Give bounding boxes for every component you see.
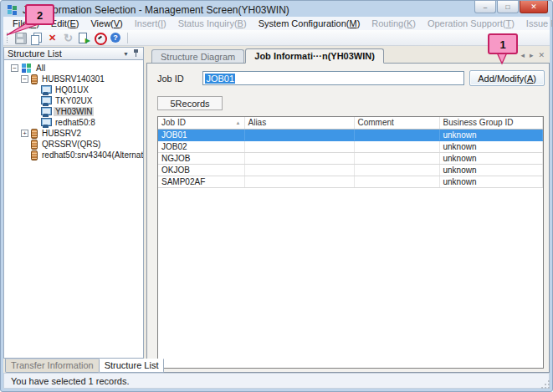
minimize-button[interactable]: – [474, 1, 496, 13]
menu-item-insert-i[interactable]: Insert(I) [129, 18, 172, 29]
pin-icon[interactable] [133, 49, 140, 59]
cell-job-id: SAMP02AF [158, 176, 244, 187]
document-tab-strip: Structure DiagramJob Informati···n(YH03W… [146, 47, 550, 63]
toolbar-button-save[interactable] [13, 31, 28, 45]
tree-item-hubsrv140301[interactable]: −HUBSRV140301 [4, 74, 143, 84]
toolbar-grip [7, 33, 9, 43]
tab-job-informati-n-yh03win[interactable]: Job Informati···n(YH03WIN) [245, 48, 384, 64]
resize-grip-icon[interactable] [545, 384, 546, 385]
structure-tree: −All−HUBSRV140301−HQ01UX−TKY02UX−YH03WIN… [3, 60, 144, 359]
tree-item-all[interactable]: −All [4, 63, 143, 74]
tree-item-redhat50-srv43404-alternative-server[interactable]: −redhat50:srv43404(Alternative Server) [4, 150, 143, 160]
job-id-input[interactable]: JOB01 [202, 71, 464, 85]
menu-item-system-configuration-m[interactable]: System Configuration(M) [253, 18, 366, 29]
column-header-business-group-id[interactable]: Business Group ID [439, 117, 543, 129]
cell-job-id: OKJOB [158, 164, 244, 176]
job-id-selected-text: JOB01 [205, 74, 235, 84]
table-row-samp02af[interactable]: SAMP02AFunknown [158, 176, 543, 187]
bottom-tab-transfer-information[interactable]: Transfer Information [5, 359, 100, 373]
tree-item-label: QRSSRV(QRS) [40, 140, 102, 149]
tab-close-icon[interactable]: ✕ [538, 52, 545, 59]
tree-item-hq01ux[interactable]: −HQ01UX [4, 84, 143, 95]
structure-list-panel: Structure List ▼ −All−HUBSRV140301−HQ01U… [3, 47, 144, 373]
add-modify-button[interactable]: Add/Modify(A) [469, 70, 545, 86]
server-icon [31, 150, 38, 160]
app-icon [7, 4, 18, 15]
toolbar-button-schedule[interactable] [93, 31, 107, 45]
title-bar: Job Information Selection - Management S… [3, 1, 550, 17]
refresh-icon [62, 32, 74, 44]
close-icon: ✕ [530, 3, 537, 11]
job-id-row: Job ID JOB01 Add/Modify(A) [157, 70, 545, 86]
tree-item-hubsrv2[interactable]: +HUBSRV2 [4, 128, 143, 139]
cell-business-group-id: unknown [439, 129, 543, 140]
copy-icon [30, 32, 43, 44]
cell-job-id: NGJOB [158, 152, 244, 164]
tab-nav-buttons: ◂▸✕ [520, 52, 550, 63]
maximize-icon: □ [506, 3, 510, 11]
toolbar-button-help[interactable] [109, 31, 123, 45]
tree-item-redhat50-8[interactable]: −redhat50:8 [4, 117, 143, 128]
table-row-job02[interactable]: JOB02unknown [158, 140, 543, 152]
tree-item-yh03win[interactable]: −YH03WIN [4, 106, 143, 117]
job-table: Job ID▲AliasCommentBusiness Group ID JOB… [158, 117, 543, 188]
cell-business-group-id: unknown [439, 140, 543, 152]
tab-structure-diagram[interactable]: Structure Diagram [151, 49, 244, 63]
cell-alias [244, 129, 354, 140]
menu-item-view-v[interactable]: View(V) [84, 18, 128, 29]
chevron-down-icon[interactable]: ▼ [123, 51, 129, 57]
minimize-icon: – [484, 3, 487, 11]
menu-item-operation-support-t[interactable]: Operation Support(T) [422, 18, 520, 29]
tab-scroll-right-icon[interactable]: ▸ [530, 52, 534, 59]
expand-icon[interactable]: + [21, 130, 28, 137]
table-row-job01[interactable]: JOB01unknown [158, 129, 543, 140]
window-controls: –□✕ [474, 1, 548, 13]
menu-item-issue-request-r[interactable]: Issue Request(R) [520, 18, 553, 29]
column-header-alias[interactable]: Alias [244, 117, 354, 129]
tree-item-label: redhat50:8 [54, 118, 97, 127]
tree-item-label: redhat50:srv43404(Alternative Server) [40, 150, 144, 160]
tree-item-tky02ux[interactable]: −TKY02UX [4, 95, 143, 106]
server-icon [31, 140, 38, 150]
collapse-icon[interactable]: − [21, 75, 28, 83]
all-icon [21, 63, 32, 74]
right-pane: Structure DiagramJob Informati···n(YH03W… [146, 47, 550, 373]
menu-item-status-inquiry-b[interactable]: Status Inquiry(B) [172, 18, 253, 29]
column-header-job-id[interactable]: Job ID▲ [158, 117, 244, 129]
cell-comment [354, 140, 439, 152]
menu-item-file-f[interactable]: File(F) [7, 18, 45, 29]
maximize-button[interactable]: □ [497, 1, 519, 13]
status-bar: You have selected 1 records. [3, 373, 550, 389]
cell-comment [354, 164, 439, 176]
table-row-okjob[interactable]: OKJOBunknown [158, 164, 543, 176]
delete-icon [46, 32, 59, 44]
job-table-header: Job ID▲AliasCommentBusiness Group ID [158, 117, 543, 129]
server-icon [31, 129, 38, 139]
execute-icon [78, 32, 90, 44]
job-table-body: JOB01unknownJOB02unknownNGJOBunknownOKJO… [158, 129, 543, 187]
tab-scroll-left-icon[interactable]: ◂ [520, 52, 525, 59]
tree-item-qrssrv-qrs[interactable]: −QRSSRV(QRS) [4, 139, 143, 150]
toolbar-button-copy[interactable] [29, 31, 44, 45]
menu-item-edit-e[interactable]: Edit(E) [45, 18, 85, 29]
menu-item-routing-k[interactable]: Routing(K) [366, 18, 422, 29]
toolbar-button-refresh[interactable] [61, 31, 75, 45]
job-table-container: Job ID▲AliasCommentBusiness Group ID JOB… [157, 116, 544, 369]
column-header-comment[interactable]: Comment [354, 117, 439, 129]
cell-alias [244, 140, 354, 152]
close-button[interactable]: ✕ [520, 1, 548, 13]
toolbar [3, 30, 550, 46]
host-icon [41, 107, 51, 117]
main-area: Structure List ▼ −All−HUBSRV140301−HQ01U… [3, 46, 550, 373]
cell-business-group-id: unknown [439, 164, 543, 176]
structure-list-panel-header: Structure List ▼ [3, 47, 144, 60]
table-row-ngjob[interactable]: NGJOBunknown [158, 152, 543, 164]
bottom-tab-structure-list[interactable]: Structure List [99, 359, 165, 373]
toolbar-button-execute[interactable] [77, 31, 91, 45]
help-icon [110, 32, 122, 44]
cell-job-id: JOB02 [158, 140, 244, 152]
cell-business-group-id: unknown [439, 176, 543, 187]
cell-comment [354, 176, 439, 187]
toolbar-button-delete[interactable] [45, 31, 59, 45]
collapse-icon[interactable]: − [11, 64, 18, 72]
